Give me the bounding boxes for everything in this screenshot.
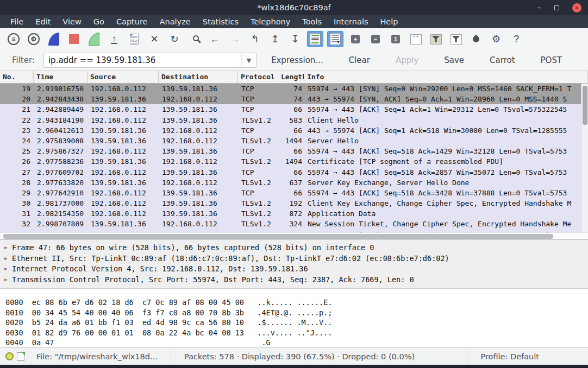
expander-icon[interactable]: ▶	[4, 275, 12, 285]
zoom-100-icon[interactable]: 1	[387, 31, 404, 47]
window-bottom-edge	[0, 365, 588, 368]
packet-row-28[interactable]: 282.977633820139.59.181.36192.168.0.112T…	[0, 177, 588, 188]
vertical-scrollbar[interactable]	[581, 84, 588, 232]
horizontal-scrollbar[interactable]	[0, 232, 588, 239]
go-to-bottom-icon[interactable]: ↧	[287, 31, 303, 47]
status-profile-label[interactable]: Profile: Default	[480, 352, 539, 361]
restart-capture-icon[interactable]	[86, 31, 102, 47]
cell-dst: 192.168.0.112	[159, 136, 238, 146]
zoom-out-icon[interactable]: −	[367, 31, 384, 47]
menu-edit[interactable]: Edit	[29, 15, 57, 28]
cell-no: 20	[0, 94, 34, 104]
capture-filter-icon[interactable]	[428, 31, 444, 47]
packet-row-22[interactable]: 222.943184190192.168.0.112139.59.181.36T…	[0, 115, 588, 125]
packet-row-30[interactable]: 302.981737000192.168.0.112139.59.181.36T…	[0, 198, 588, 208]
colorize-packet-list-icon[interactable]	[307, 31, 323, 47]
packet-row-31[interactable]: 312.982154350192.168.0.112139.59.181.36T…	[0, 208, 588, 219]
hex-row-1[interactable]: 0010 00 34 45 54 40 00 40 06 f3 f7 c0 a8…	[5, 308, 588, 318]
close-button-icon[interactable]: ✕	[572, 3, 581, 12]
detail-row-3[interactable]: ▶Transmission Control Protocol, Src Port…	[4, 275, 588, 285]
coloring-rules-icon[interactable]	[468, 31, 484, 47]
expander-icon[interactable]: ▶	[4, 264, 12, 275]
go-back-icon[interactable]: ←	[207, 31, 223, 47]
menu-file[interactable]: File	[4, 15, 29, 28]
close-file-icon[interactable]: ✕	[146, 31, 162, 47]
filter-dropdown-icon[interactable]: ▼	[241, 53, 256, 67]
packet-row-19[interactable]: 192.919016750192.168.0.112139.59.181.36T…	[0, 84, 588, 94]
display-filter-icon[interactable]	[448, 31, 464, 47]
menu-tools[interactable]: Tools	[296, 15, 328, 28]
filter-button-clear[interactable]: Clear	[349, 55, 370, 65]
open-file-icon[interactable]: ↑	[106, 31, 122, 47]
packet-row-23[interactable]: 232.960412613139.59.181.36192.168.0.112T…	[0, 125, 588, 136]
column-header-destination[interactable]: Destination	[159, 71, 238, 83]
menu-go[interactable]: Go	[87, 15, 110, 28]
packet-row-27[interactable]: 272.977609702192.168.0.112139.59.181.36T…	[0, 167, 588, 177]
cell-no: 24	[0, 136, 34, 146]
menu-telephony[interactable]: Telephony	[245, 15, 296, 28]
filter-button-post[interactable]: POST	[541, 55, 562, 65]
start-capture-icon[interactable]	[46, 31, 62, 47]
menu-capture[interactable]: Capture	[110, 15, 154, 28]
cell-no: 23	[0, 125, 34, 136]
column-header-length[interactable]: Length	[278, 71, 304, 83]
cell-proto: TCP	[238, 104, 278, 115]
close-file-icon: ✕	[150, 34, 158, 44]
hex-row-4[interactable]: 0040 0a 47 .G	[5, 338, 588, 347]
packet-row-25[interactable]: 252.975867327192.168.0.112139.59.181.36T…	[0, 146, 588, 156]
go-to-top-icon[interactable]: ↥	[267, 31, 283, 47]
detail-row-1[interactable]: ▶Ethernet II, Src: Tp-LinkT_0c:89:af (18…	[4, 253, 588, 264]
column-header-source[interactable]: Source	[87, 71, 159, 83]
capture-options-icon[interactable]: ⚙	[26, 31, 42, 47]
horizontal-scrollbar-handle[interactable]	[3, 234, 553, 239]
column-header-protocol[interactable]: Protocol	[238, 71, 278, 83]
menu-view[interactable]: View	[57, 15, 87, 28]
detail-row-2[interactable]: ▶Internet Protocol Version 4, Src: 192.1…	[4, 264, 588, 275]
expander-icon[interactable]: ▶	[4, 253, 12, 264]
packet-row-26[interactable]: 262.977588236139.59.181.36192.168.0.112T…	[0, 156, 588, 167]
menu-internals[interactable]: Internals	[328, 15, 374, 28]
menu-statistics[interactable]: Statistics	[197, 15, 245, 28]
expert-info-icon[interactable]	[5, 352, 14, 360]
capture-comment-icon[interactable]	[17, 352, 24, 361]
reload-icon[interactable]: ↻	[166, 31, 183, 47]
column-header-no[interactable]: No.	[0, 71, 34, 83]
go-forward-icon[interactable]: →	[227, 31, 243, 47]
resize-columns-icon[interactable]: + +	[408, 31, 424, 47]
zoom-in-icon[interactable]: +	[347, 31, 364, 47]
packet-row-29[interactable]: 292.977642910192.168.0.112139.59.181.36T…	[0, 188, 588, 198]
display-filter-input[interactable]	[44, 55, 241, 65]
save-file-icon[interactable]: 0101 0110 0101	[126, 31, 142, 47]
preferences-icon[interactable]: ⚙	[488, 31, 504, 47]
column-header-info[interactable]: Info	[304, 71, 588, 83]
minimize-button-icon[interactable]: –	[537, 5, 542, 10]
cell-info: 55974 → 443 [ACK] Seq=518 Ack=3428 Win=3…	[304, 188, 588, 198]
column-header-time[interactable]: Time	[34, 71, 87, 83]
packet-row-21[interactable]: 212.942889449192.168.0.112139.59.181.36T…	[0, 104, 588, 115]
go-to-top-icon: ↥	[271, 34, 279, 44]
maximize-button-icon[interactable]	[554, 5, 559, 10]
list-interfaces-icon[interactable]: ≡	[5, 31, 22, 47]
hex-row-2[interactable]: 0020 b5 24 da a6 01 bb f1 03 ed 4d 98 9c…	[5, 318, 588, 328]
menu-analyze[interactable]: Analyze	[154, 15, 197, 28]
expander-icon[interactable]: ▶	[4, 243, 12, 253]
help-icon[interactable]: ?	[508, 31, 524, 47]
vertical-scrollbar-handle[interactable]	[583, 86, 587, 125]
hex-row-3[interactable]: 0030 01 82 d9 76 00 00 01 01 08 0a 22 4a…	[5, 328, 588, 338]
filter-button-expression[interactable]: Expression...	[271, 55, 323, 65]
packet-row-20[interactable]: 202.942843438139.59.181.36192.168.0.112T…	[0, 94, 588, 104]
packet-list-header: No.TimeSourceDestinationProtocolLengthIn…	[0, 71, 588, 84]
hex-row-0[interactable]: 0000 ec 08 6b e7 d6 02 18 d6 c7 0c 89 af…	[5, 297, 588, 308]
packet-row-24[interactable]: 242.975839008139.59.181.36192.168.0.112T…	[0, 136, 588, 146]
detail-row-0[interactable]: ▶Frame 47: 66 bytes on wire (528 bits), …	[4, 243, 588, 253]
cell-src: 139.59.181.36	[87, 219, 159, 229]
auto-scroll-icon[interactable]: ▾	[327, 31, 343, 47]
stop-capture-icon[interactable]	[66, 31, 82, 47]
go-to-packet-icon[interactable]: ↰	[247, 31, 263, 47]
cell-time: 2.943184190	[34, 115, 87, 125]
find-packet-icon[interactable]	[186, 31, 203, 47]
filter-button-save[interactable]: Save	[444, 55, 464, 65]
packet-row-32[interactable]: 322.998707809139.59.181.36192.168.0.112T…	[0, 219, 588, 229]
menu-help[interactable]: Help	[374, 15, 404, 28]
filter-button-carrot[interactable]: Carrot	[490, 55, 515, 65]
